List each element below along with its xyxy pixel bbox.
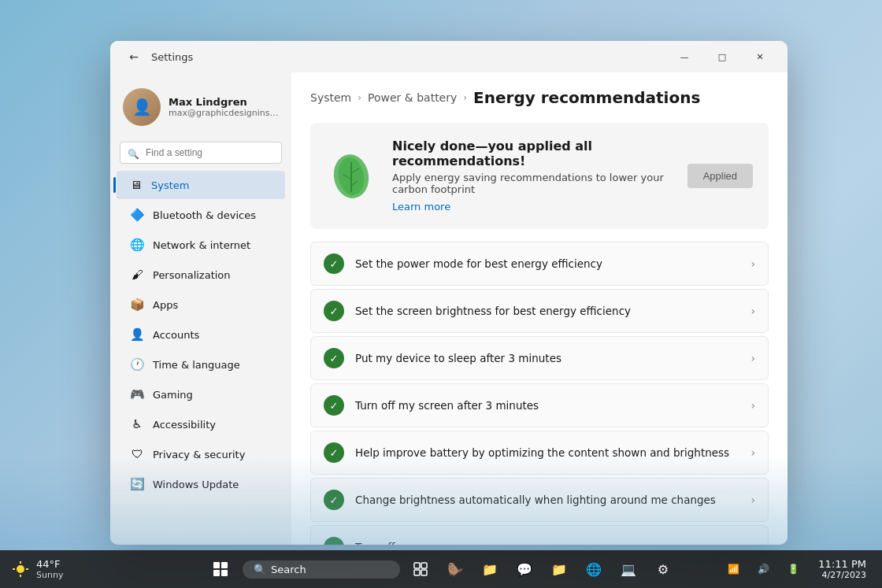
user-info: Max Lindgren max@graphicdesigninstitute.… (169, 96, 279, 118)
learn-more-link[interactable]: Learn more (392, 201, 450, 213)
temperature: 44°F (36, 558, 61, 570)
nav-label-network: Network & internet (153, 239, 250, 251)
taskview-button[interactable] (406, 555, 435, 583)
breadcrumb-sep-1: › (358, 92, 361, 103)
window-controls: — □ ✕ (666, 44, 778, 69)
rec-label: Set the screen brightness for best energ… (355, 305, 739, 317)
nav-label-privacy: Privacy & security (153, 449, 245, 460)
nav-label-time: Time & language (153, 359, 240, 371)
rec-item[interactable]: ✓ Help improve battery by optimizing the… (310, 431, 769, 475)
time-display: 11:11 PM (818, 558, 866, 570)
nav-label-system: System (151, 179, 189, 191)
user-profile[interactable]: 👤 Max Lindgren max@graphicdesigninstitut… (110, 79, 291, 139)
accounts-icon: 👤 (129, 327, 145, 342)
applied-button: Applied (687, 164, 753, 188)
hero-card: Nicely done—you applied all recommendati… (310, 123, 769, 229)
nav-label-accounts: Accounts (153, 329, 199, 341)
nav-item-update[interactable]: 🔄 Windows Update (117, 470, 285, 498)
svg-rect-13 (414, 570, 420, 575)
rec-label: Change brightness automatically when lig… (355, 494, 739, 506)
chevron-right-icon: › (750, 494, 755, 506)
main-content: System › Power & battery › Energy recomm… (291, 72, 788, 545)
rec-label: Turn off my screen after 3 minutes (355, 399, 739, 412)
bluetooth-icon: 🔷 (129, 207, 145, 223)
pinned-app-5[interactable]: 🌐 (580, 555, 608, 583)
condition: Sunny (36, 570, 63, 580)
sidebar: 👤 Max Lindgren max@graphicdesigninstitut… (110, 72, 291, 545)
nav-label-accessibility: Accessibility (153, 419, 216, 431)
nav-item-personalization[interactable]: 🖌 Personalization (117, 261, 285, 289)
check-icon: ✓ (324, 442, 344, 463)
breadcrumb-power[interactable]: Power & battery (368, 91, 457, 104)
pinned-app-2[interactable]: 📁 (476, 555, 504, 583)
leaf-icon (326, 151, 376, 202)
taskbar-center: 🔍 Search 🦫 📁 💬 📁 🌐 💻 ⚙ (205, 553, 677, 585)
maximize-button[interactable]: □ (704, 44, 740, 69)
network-tray-icon[interactable]: 📶 (719, 555, 747, 583)
nav-item-privacy[interactable]: 🛡 Privacy & security (117, 440, 285, 468)
check-icon: ✓ (324, 395, 344, 416)
nav-item-accounts[interactable]: 👤 Accounts (117, 320, 285, 349)
nav-item-network[interactable]: 🌐 Network & internet (117, 231, 285, 259)
breadcrumb: System › Power & battery › Energy recomm… (310, 88, 769, 107)
gaming-icon: 🎮 (129, 386, 145, 402)
rec-label: Set the power mode for best energy effic… (355, 257, 739, 270)
volume-icon[interactable]: 🔊 (749, 555, 777, 583)
system-icon: 🖥 (128, 177, 143, 193)
minimize-button[interactable]: — (666, 44, 702, 69)
breadcrumb-system[interactable]: System (310, 91, 351, 104)
pinned-app-6[interactable]: 💻 (614, 555, 643, 583)
taskbar-search[interactable]: 🔍 Search (243, 560, 400, 579)
start-button[interactable] (205, 553, 236, 585)
rec-item[interactable]: ✓ Put my device to sleep after 3 minutes… (310, 336, 769, 380)
window-title: Settings (151, 51, 193, 63)
check-icon: ✓ (324, 537, 344, 545)
nav-item-bluetooth[interactable]: 🔷 Bluetooth & devices (117, 201, 285, 229)
personalization-icon: 🖌 (129, 267, 145, 283)
taskbar-search-label: Search (271, 564, 306, 575)
chevron-right-icon: › (750, 305, 755, 317)
rec-item[interactable]: ✓ Set the screen brightness for best ene… (310, 289, 769, 333)
pinned-app-3[interactable]: 💬 (510, 555, 539, 583)
rec-item[interactable]: ✓ Set the power mode for best energy eff… (310, 242, 769, 286)
battery-icon[interactable]: 🔋 (779, 555, 807, 583)
windows-logo (213, 562, 228, 576)
check-icon: ✓ (324, 301, 344, 321)
search-field-container: 🔍 (110, 139, 291, 170)
weather-info: 44°F Sunny (36, 558, 63, 580)
nav-item-system[interactable]: 🖥 System (117, 171, 285, 199)
taskbar-clock[interactable]: 11:11 PM 4/27/2023 (812, 555, 873, 583)
pinned-app-4[interactable]: 📁 (545, 555, 573, 583)
accessibility-icon: ♿ (129, 416, 145, 432)
search-input[interactable] (120, 142, 282, 164)
nav-item-apps[interactable]: 📦 Apps (117, 290, 285, 319)
back-button[interactable]: ← (123, 46, 145, 68)
nav-label-update: Windows Update (153, 479, 239, 490)
rec-item[interactable]: ✓ Change brightness automatically when l… (310, 478, 769, 522)
nav-label-gaming: Gaming (153, 389, 193, 401)
chevron-right-icon: › (750, 399, 755, 412)
search-icon: 🔍 (128, 149, 139, 160)
nav-item-gaming[interactable]: 🎮 Gaming (117, 380, 285, 409)
check-icon: ✓ (324, 253, 344, 274)
user-name: Max Lindgren (169, 96, 279, 108)
settings-taskbar-icon[interactable]: ⚙ (649, 555, 677, 583)
svg-rect-11 (414, 563, 420, 568)
apps-icon: 📦 (129, 297, 145, 312)
network-icon: 🌐 (129, 237, 145, 253)
rec-item[interactable]: ✓ Turn off my screen after 3 minutes › (310, 383, 769, 427)
svg-rect-14 (421, 570, 427, 575)
close-button[interactable]: ✕ (742, 44, 778, 69)
pinned-app-1[interactable]: 🦫 (441, 555, 469, 583)
hero-text: Nicely done—you applied all recommendati… (392, 139, 672, 213)
window-body: 👤 Max Lindgren max@graphicdesigninstitut… (110, 72, 788, 545)
taskbar-right: 📶 🔊 🔋 11:11 PM 4/27/2023 (719, 555, 873, 583)
svg-point-6 (17, 565, 24, 573)
desktop: ← Settings — □ ✕ 👤 Max Lindgren max@grap… (0, 0, 882, 588)
recommendations-list: ✓ Set the power mode for best energy eff… (310, 242, 769, 545)
nav-label-personalization: Personalization (153, 269, 231, 281)
chevron-right-icon: › (750, 446, 755, 459)
nav-item-accessibility[interactable]: ♿ Accessibility (117, 410, 285, 438)
rec-item[interactable]: ✓ Turn off my screen saver › (310, 525, 769, 545)
nav-item-time[interactable]: 🕐 Time & language (117, 350, 285, 379)
